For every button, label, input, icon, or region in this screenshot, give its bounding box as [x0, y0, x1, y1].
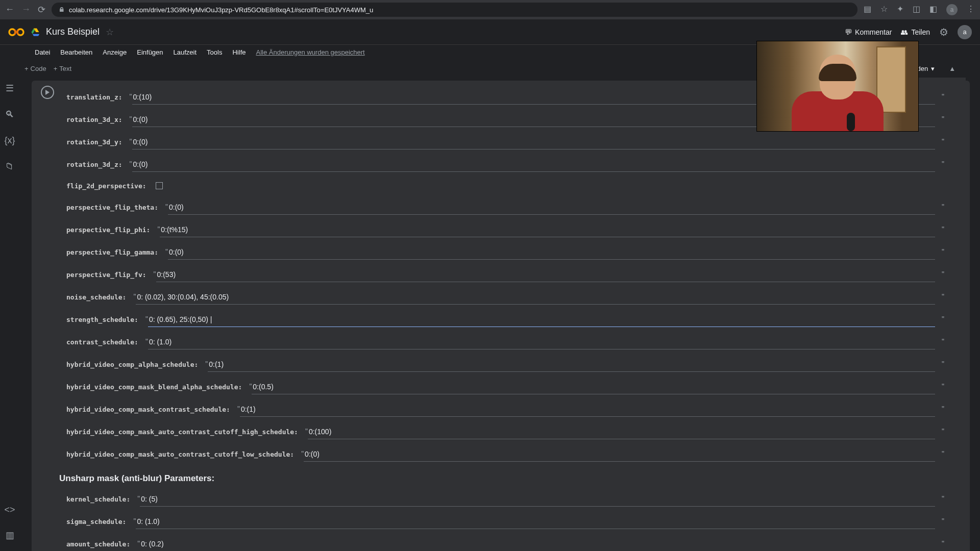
form-input[interactable] [140, 537, 935, 552]
gear-icon[interactable]: ⚙ [939, 26, 948, 38]
colab-logo[interactable] [8, 24, 24, 40]
form-label: rotation_3d_z: [66, 161, 130, 168]
quote-icon: " [942, 420, 944, 435]
back-icon[interactable]: ← [5, 4, 14, 15]
form-row: flip_2d_perspective: [66, 176, 964, 196]
user-avatar[interactable]: a [958, 25, 972, 39]
url-bar[interactable]: 🔒︎ colab.research.google.com/drive/13G9K… [52, 3, 857, 17]
form-input[interactable] [132, 157, 935, 172]
people-icon: 👥︎ [901, 28, 908, 36]
form-input[interactable] [132, 135, 935, 149]
form-label: perspective_flip_theta: [66, 204, 165, 211]
search-icon[interactable]: 🔍︎ [5, 109, 14, 120]
menu-hilfe[interactable]: Hilfe [232, 48, 246, 56]
star-icon[interactable]: ☆ [106, 27, 114, 38]
quote-icon: " [942, 308, 944, 322]
forward-icon[interactable]: → [21, 4, 31, 15]
form-row: rotation_3d_z: " " [66, 153, 964, 176]
code-icon[interactable]: <> [4, 505, 15, 515]
variables-icon[interactable]: {x} [4, 135, 15, 146]
files-icon[interactable]: 📁︎ [5, 161, 14, 172]
dropdown-icon: ▾ [931, 65, 935, 72]
form-label: flip_2d_perspective: [66, 182, 154, 190]
form-input[interactable] [136, 514, 935, 529]
form-label: perspective_flip_fv: [66, 271, 154, 279]
form-input[interactable] [148, 335, 935, 349]
form-label: amount_schedule: [66, 540, 137, 548]
notebook-title[interactable]: Kurs Beispiel [46, 27, 100, 37]
url-text: colab.research.google.com/drive/13G9KHyM… [69, 6, 373, 14]
quote-icon: " [942, 86, 944, 100]
quote-icon: " [942, 241, 944, 255]
cell-menu-icon[interactable]: ⋮ [954, 78, 962, 78]
quote-icon: " [942, 263, 944, 278]
save-status[interactable]: Alle Änderungen wurden gespeichert [256, 48, 364, 56]
form-label: sigma_schedule: [66, 518, 133, 525]
lock-icon: 🔒︎ [59, 6, 65, 13]
form-input[interactable] [208, 357, 935, 372]
form-row: perspective_flip_theta: " " [66, 196, 964, 218]
form-row: hybrid_video_comp_mask_blend_alpha_sched… [66, 375, 964, 398]
form-label: rotation_3d_y: [66, 138, 130, 146]
add-text-button[interactable]: + Text [54, 65, 71, 72]
browser-avatar[interactable]: a [946, 4, 958, 15]
checkbox[interactable] [156, 182, 163, 189]
form-input[interactable] [160, 222, 935, 237]
form-label: noise_schedule: [66, 293, 133, 301]
quote-icon: " [942, 131, 944, 145]
terminal-icon[interactable]: ▥ [6, 530, 14, 541]
form-input[interactable] [168, 200, 935, 215]
form-row: hybrid_video_comp_mask_auto_contrast_cut… [66, 443, 964, 465]
extensions-icon[interactable]: ✦ [897, 4, 903, 15]
form-input[interactable] [140, 492, 935, 507]
delete-icon[interactable]: 🗑︎ [940, 78, 947, 78]
form-row: noise_schedule: " " [66, 286, 964, 308]
menu-laufzeit[interactable]: Laufzeit [174, 48, 197, 56]
menu-einfuegen[interactable]: Einfügen [137, 48, 163, 56]
form-row: perspective_flip_fv: " " [66, 263, 964, 286]
form-input[interactable] [304, 447, 935, 462]
form-row: contrast_schedule: " " [66, 331, 964, 353]
comment-button[interactable]: 💬︎ Kommentar [845, 28, 892, 36]
translate-icon[interactable]: ▤ [864, 4, 871, 15]
form-row: perspective_flip_phi: " " [66, 218, 964, 241]
form-input[interactable] [252, 380, 935, 394]
menu-tools[interactable]: Tools [207, 48, 222, 56]
run-button[interactable] [41, 86, 54, 99]
content-area[interactable]: ↑ ↓ ⇎ ✎ ☍ 🗑︎ ⋮ translation_z: " " rotati… [19, 78, 980, 551]
menu-anzeige[interactable]: Anzeige [103, 48, 127, 56]
browser-bar: ← → ⟳ 🔒︎ colab.research.google.com/drive… [0, 0, 980, 19]
plus-icon: + [24, 65, 29, 72]
share-button[interactable]: 👥︎ Teilen [901, 28, 930, 36]
menu-datei[interactable]: Datei [35, 48, 50, 56]
form-input[interactable] [136, 290, 935, 305]
section-heading: Unsharp mask (anti-blur) Parameters: [59, 473, 964, 484]
quote-icon: " [942, 375, 944, 390]
form-input[interactable] [156, 267, 935, 282]
browser-menu-icon[interactable]: ⋮ [967, 4, 975, 15]
form-input[interactable] [168, 245, 935, 260]
form-input[interactable] [148, 312, 935, 327]
collapse-icon[interactable]: ▲ [949, 65, 955, 72]
toc-icon[interactable]: ☰ [6, 83, 14, 94]
reload-icon[interactable]: ⟳ [38, 4, 45, 15]
form-row: perspective_flip_gamma: " " [66, 241, 964, 263]
add-code-button[interactable]: + Code [24, 65, 46, 72]
form-label: hybrid_video_comp_alpha_schedule: [66, 361, 205, 368]
quote-icon: " [942, 398, 944, 412]
form-row: hybrid_video_comp_mask_auto_contrast_cut… [66, 420, 964, 443]
quote-icon: " [942, 353, 944, 367]
mirror-icon[interactable]: ☍ [926, 78, 933, 78]
form-input[interactable] [240, 402, 935, 417]
menu-bearbeiten[interactable]: Bearbeiten [60, 48, 92, 56]
quote-icon: " [942, 196, 944, 210]
panel-icon[interactable]: ◫ [913, 4, 920, 15]
bookmark-icon[interactable]: ☆ [880, 4, 888, 15]
form-row: rotation_3d_y: " " [66, 131, 964, 153]
quote-icon: " [942, 510, 944, 524]
panel2-icon[interactable]: ◧ [929, 4, 937, 15]
form-label: hybrid_video_comp_mask_contrast_schedule… [66, 406, 237, 413]
quote-icon: " [942, 218, 944, 233]
quote-icon: " [942, 331, 944, 345]
form-input[interactable] [308, 424, 935, 439]
